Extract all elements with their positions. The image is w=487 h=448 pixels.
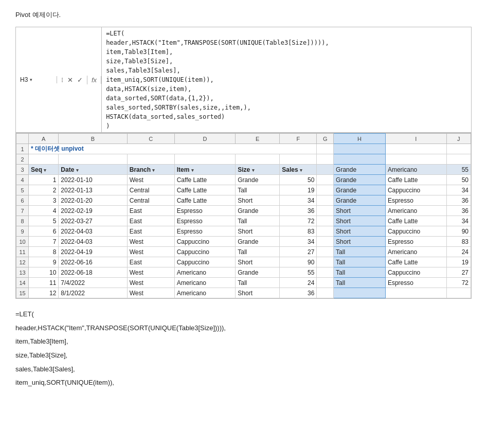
cell-G4[interactable] xyxy=(317,175,334,185)
cell-C2[interactable] xyxy=(127,154,174,165)
col-header-D[interactable]: D xyxy=(174,134,236,144)
cell-D12[interactable]: Cappuccino xyxy=(174,257,236,267)
cell-C4[interactable]: West xyxy=(127,175,174,185)
cell-E6[interactable]: Short xyxy=(236,195,280,206)
cell-F3[interactable]: Sales ▾ xyxy=(280,165,317,175)
cell-A2[interactable] xyxy=(29,154,59,165)
cell-B13[interactable]: 2022-06-18 xyxy=(59,267,127,278)
cell-J5[interactable]: 34 xyxy=(446,185,471,195)
cell-I9[interactable]: Cappuccino xyxy=(385,226,446,237)
cell-A7[interactable]: 4 xyxy=(29,206,59,216)
cell-G9[interactable] xyxy=(317,226,334,237)
cell-H12[interactable]: Tall xyxy=(334,257,386,267)
cell-I7[interactable]: Americano xyxy=(385,206,446,216)
cell-B4[interactable]: 2022-01-10 xyxy=(59,175,127,185)
cell-G11[interactable] xyxy=(317,247,334,257)
cell-H9[interactable]: Short xyxy=(334,226,386,237)
cell-A3[interactable]: Seq ▾ xyxy=(29,165,59,175)
cell-C3[interactable]: Branch ▾ xyxy=(127,165,174,175)
cell-A13[interactable]: 10 xyxy=(29,267,59,278)
cell-G12[interactable] xyxy=(317,257,334,267)
col-header-G[interactable]: G xyxy=(317,134,334,144)
cell-E8[interactable]: Tall xyxy=(236,216,280,226)
cell-E12[interactable]: Short xyxy=(236,257,280,267)
cell-I4[interactable]: Caffe Latte xyxy=(385,175,446,185)
cell-H11[interactable]: Tall xyxy=(334,247,386,257)
cell-J11[interactable]: 24 xyxy=(446,247,471,257)
cell-H6[interactable]: Grande xyxy=(334,195,386,206)
formula-content[interactable]: =LET( header,HSTACK("Item",TRANSPOSE(SOR… xyxy=(102,27,471,132)
cell-F7[interactable]: 36 xyxy=(280,206,317,216)
cell-J3[interactable]: 55 xyxy=(446,165,471,175)
cell-I14[interactable]: Espresso xyxy=(385,278,446,288)
cell-E11[interactable]: Tall xyxy=(236,247,280,257)
cell-J10[interactable]: 83 xyxy=(446,237,471,247)
cell-ref-dropdown-icon[interactable]: ▾ xyxy=(30,77,32,82)
col-header-B[interactable]: B xyxy=(59,134,127,144)
cell-E7[interactable]: Grande xyxy=(236,206,280,216)
cell-A12[interactable]: 9 xyxy=(29,257,59,267)
cell-C7[interactable]: East xyxy=(127,206,174,216)
cell-D14[interactable]: Americano xyxy=(174,278,236,288)
cell-B10[interactable]: 2022-04-03 xyxy=(59,237,127,247)
cell-F2[interactable] xyxy=(280,154,317,165)
cell-G8[interactable] xyxy=(317,216,334,226)
cell-F12[interactable]: 90 xyxy=(280,257,317,267)
cell-H13[interactable]: Tall xyxy=(334,267,386,278)
cell-G2[interactable] xyxy=(317,154,334,165)
cell-D5[interactable]: Caffe Latte xyxy=(174,185,236,195)
cell-B5[interactable]: 2022-01-13 xyxy=(59,185,127,195)
cell-B2[interactable] xyxy=(59,154,127,165)
cell-I10[interactable]: Espresso xyxy=(385,237,446,247)
cell-B14[interactable]: 7/4/2022 xyxy=(59,278,127,288)
cell-A11[interactable]: 8 xyxy=(29,247,59,257)
cell-J8[interactable]: 34 xyxy=(446,216,471,226)
cell-A1[interactable]: * 데이터셋 unpivot xyxy=(29,144,317,154)
cell-J1[interactable] xyxy=(446,144,471,154)
cell-E2[interactable] xyxy=(236,154,280,165)
cell-E15[interactable]: Short xyxy=(236,288,280,298)
cell-E13[interactable]: Grande xyxy=(236,267,280,278)
col-header-I[interactable]: I xyxy=(385,134,446,144)
cell-E3[interactable]: Size ▾ xyxy=(236,165,280,175)
cell-I15[interactable] xyxy=(385,288,446,298)
cell-A15[interactable]: 12 xyxy=(29,288,59,298)
col-header-C[interactable]: C xyxy=(127,134,174,144)
cell-J7[interactable]: 36 xyxy=(446,206,471,216)
cell-B3[interactable]: Date ▾ xyxy=(59,165,127,175)
cell-A10[interactable]: 7 xyxy=(29,237,59,247)
cell-H3[interactable]: Grande xyxy=(334,165,386,175)
cell-F10[interactable]: 34 xyxy=(280,237,317,247)
col-header-A[interactable]: A xyxy=(29,134,59,144)
cell-F11[interactable]: 27 xyxy=(280,247,317,257)
cell-F8[interactable]: 72 xyxy=(280,216,317,226)
col-header-E[interactable]: E xyxy=(236,134,280,144)
cell-reference[interactable]: H3 ▾ xyxy=(16,76,57,83)
cell-D13[interactable]: Americano xyxy=(174,267,236,278)
cell-H7[interactable]: Short xyxy=(334,206,386,216)
cell-E4[interactable]: Grande xyxy=(236,175,280,185)
cell-H8[interactable]: Short xyxy=(334,216,386,226)
cell-H2[interactable] xyxy=(334,154,386,165)
cancel-icon[interactable]: ✕ xyxy=(66,76,74,84)
cell-C5[interactable]: Central xyxy=(127,185,174,195)
cell-H10[interactable]: Short xyxy=(334,237,386,247)
cell-H4[interactable]: Grande xyxy=(334,175,386,185)
cell-D11[interactable]: Cappuccino xyxy=(174,247,236,257)
col-header-J[interactable]: J xyxy=(446,134,471,144)
cell-A6[interactable]: 3 xyxy=(29,195,59,206)
cell-I1[interactable] xyxy=(385,144,446,154)
cell-I6[interactable]: Espresso xyxy=(385,195,446,206)
cell-G15[interactable] xyxy=(317,288,334,298)
cell-I12[interactable]: Caffe Latte xyxy=(385,257,446,267)
cell-B15[interactable]: 8/1/2022 xyxy=(59,288,127,298)
cell-J9[interactable]: 90 xyxy=(446,226,471,237)
cell-C12[interactable]: East xyxy=(127,257,174,267)
cell-D10[interactable]: Cappuccino xyxy=(174,237,236,247)
cell-D9[interactable]: Espresso xyxy=(174,226,236,237)
cell-G1[interactable] xyxy=(317,144,334,154)
cell-F6[interactable]: 34 xyxy=(280,195,317,206)
cell-E9[interactable]: Short xyxy=(236,226,280,237)
cell-I2[interactable] xyxy=(385,154,446,165)
cell-E14[interactable]: Tall xyxy=(236,278,280,288)
